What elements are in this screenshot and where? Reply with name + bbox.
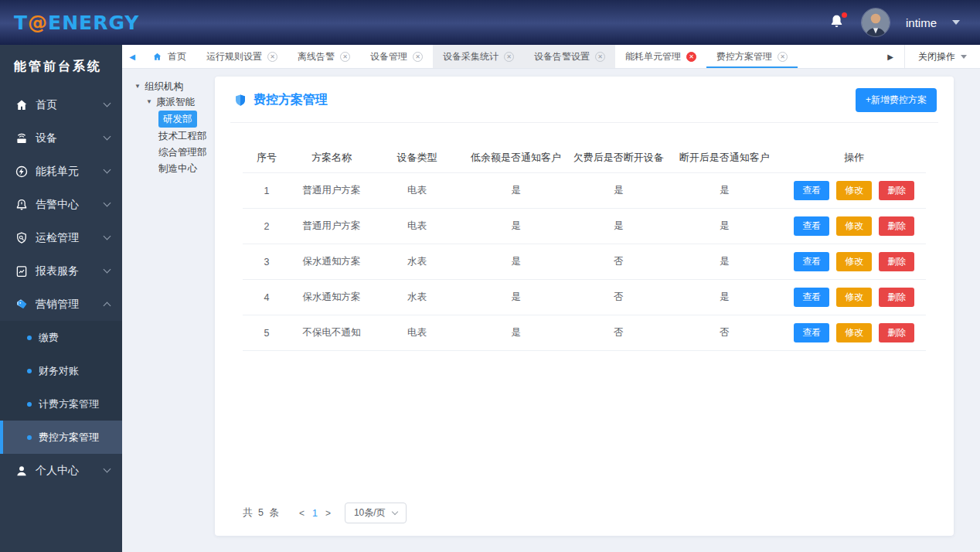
table-header-cell: 欠费后是否断开设备 (570, 143, 666, 173)
logo-t: T (14, 12, 28, 34)
edit-button[interactable]: 修改 (836, 323, 872, 342)
user-avatar[interactable] (861, 8, 890, 37)
tab-close-icon[interactable]: ✕ (686, 52, 696, 62)
cell-no: 1 (243, 173, 291, 209)
sidebar-subitem-billing-plan[interactable]: 计费方案管理 (0, 387, 122, 421)
cell-notify_low: 是 (461, 280, 570, 315)
edit-button[interactable]: 修改 (836, 252, 872, 271)
sidebar-item-personal-center[interactable]: 个人中心 (0, 454, 122, 487)
delete-button[interactable]: 删除 (879, 181, 914, 200)
chevron-down-icon (104, 233, 111, 240)
delete-button[interactable]: 删除 (879, 323, 914, 342)
table-row: 5不保电不通知电表是否否查看修改删除 (243, 315, 926, 351)
delete-button[interactable]: 删除 (879, 288, 914, 307)
main-area: ◀ 首页运行规则设置✕离线告警✕设备管理✕设备采集统计✕设备告警设置✕能耗单元管… (122, 45, 980, 552)
sidebar-item-label: 设备 (36, 131, 57, 145)
view-button[interactable]: 查看 (794, 216, 829, 236)
cell-notify_after_cut: 是 (666, 209, 782, 244)
tab-offline-alarm[interactable]: 离线告警✕ (288, 45, 360, 68)
notification-bell-icon[interactable] (829, 13, 846, 32)
sidebar-subitem-label: 缴费 (39, 331, 59, 345)
close-operations-dropdown[interactable]: 关闭操作 (904, 45, 980, 68)
energy-icon (15, 165, 29, 179)
cell-actions: 查看修改删除 (782, 244, 926, 280)
cell-notify_low: 是 (461, 209, 570, 244)
tree-root-label: 组织机构 (145, 79, 183, 94)
username[interactable]: intime (906, 16, 937, 29)
row-actions: 查看修改删除 (782, 288, 926, 307)
chevron-up-icon (104, 302, 111, 310)
sidebar-subitem-payment[interactable]: 缴费 (0, 321, 122, 354)
delete-button[interactable]: 删除 (879, 216, 914, 236)
tab-close-icon[interactable]: ✕ (340, 52, 350, 62)
home-icon (152, 52, 162, 62)
view-button[interactable]: 查看 (794, 181, 829, 200)
tree-node-general-mgmt[interactable]: 综合管理部 (134, 145, 215, 160)
edit-button[interactable]: 修改 (836, 181, 872, 200)
sidebar-subitem-finance-reconcile[interactable]: 财务对账 (0, 354, 122, 387)
sidebar-item-label: 首页 (36, 98, 57, 112)
view-button[interactable]: 查看 (794, 288, 829, 307)
open-tabs: 首页运行规则设置✕离线告警✕设备管理✕设备采集统计✕设备告警设置✕能耗单元管理✕… (142, 45, 798, 68)
page-size-select[interactable]: 10条/页 (345, 503, 407, 523)
tab-label: 首页 (168, 50, 186, 63)
sidebar-item-label: 营销管理 (36, 298, 79, 312)
submenu-marketing: 缴费财务对账计费方案管理费控方案管理 (0, 321, 122, 454)
pagination-next-icon[interactable]: > (321, 508, 335, 519)
tab-device-mgmt[interactable]: 设备管理✕ (360, 45, 433, 68)
chevron-down-icon (104, 133, 111, 141)
tabs-scroll-left-icon[interactable]: ◀ (122, 45, 142, 68)
sidebar-item-alarm-center[interactable]: 告警中心 (0, 188, 122, 221)
sidebar-item-home[interactable]: 首页 (0, 88, 122, 121)
tab-fee-control-plan[interactable]: 费控方案管理✕ (706, 45, 798, 68)
tree-node-tech-engineering[interactable]: 技术工程部 (134, 128, 215, 144)
pagination-page-1[interactable]: 1 (309, 508, 321, 519)
alarm-icon (15, 198, 29, 212)
edit-button[interactable]: 修改 (836, 288, 872, 307)
table-header-cell: 操作 (782, 143, 926, 173)
user-menu-caret-icon[interactable] (952, 20, 960, 25)
tree-node-company[interactable]: ▼ 康派智能 (134, 94, 215, 110)
view-button[interactable]: 查看 (794, 323, 829, 342)
tab-close-icon[interactable]: ✕ (267, 52, 277, 62)
tab-close-icon[interactable]: ✕ (595, 52, 605, 62)
sidebar-item-reports[interactable]: 报表服务 (0, 254, 122, 288)
tab-label: 设备采集统计 (443, 50, 499, 63)
delete-button[interactable]: 删除 (879, 252, 914, 271)
tree-node-org-root[interactable]: ▼ 组织机构 (134, 79, 215, 94)
sidebar-item-inspection[interactable]: 运检管理 (0, 221, 122, 254)
tab-home[interactable]: 首页 (142, 45, 196, 68)
tabs-scroll-right-icon[interactable]: ▶ (876, 45, 904, 68)
table-header-cell: 低余额是否通知客户 (461, 143, 570, 173)
tab-close-icon[interactable]: ✕ (504, 52, 514, 62)
tab-close-icon[interactable]: ✕ (413, 52, 423, 62)
add-fee-control-plan-button[interactable]: +新增费控方案 (856, 88, 937, 112)
row-actions: 查看修改删除 (782, 181, 926, 200)
edit-button[interactable]: 修改 (836, 216, 872, 236)
sidebar-item-marketing[interactable]: 营销管理 (0, 288, 122, 321)
tree-node-rd[interactable]: 研发部 (134, 111, 215, 128)
tab-run-rules[interactable]: 运行规则设置✕ (196, 45, 288, 68)
pagination-prev-icon[interactable]: < (294, 508, 309, 519)
tree-node-manufacturing[interactable]: 制造中心 (134, 161, 215, 176)
tab-label: 设备告警设置 (534, 50, 590, 63)
sidebar-subitem-fee-control-plan[interactable]: 费控方案管理 (0, 421, 122, 454)
tab-energy-unit-mgmt[interactable]: 能耗单元管理✕ (615, 45, 706, 68)
cell-name: 保水通知方案 (291, 280, 373, 315)
table-row: 4保水通知方案水表是否是查看修改删除 (243, 280, 926, 315)
cell-no: 4 (243, 280, 291, 315)
tree-expand-icon[interactable]: ▼ (146, 94, 152, 110)
view-button[interactable]: 查看 (794, 252, 829, 271)
sidebar-item-energy-unit[interactable]: 能耗单元 (0, 155, 122, 188)
tab-device-alarm-settings[interactable]: 设备告警设置✕ (524, 45, 615, 68)
plans-table-wrap: 序号方案名称设备类型低余额是否通知客户欠费后是否断开设备断开后是否通知客户操作 … (243, 143, 926, 351)
tab-device-collect-stats[interactable]: 设备采集统计✕ (433, 45, 524, 68)
sidebar-item-label: 能耗单元 (36, 165, 79, 179)
content-card: 费控方案管理 +新增费控方案 序号方案名称设备类型低余额是否通知客户欠费后是否断… (215, 77, 954, 536)
bullet-icon (27, 369, 32, 373)
sidebar-item-device[interactable]: 设备 (0, 121, 122, 155)
tab-close-icon[interactable]: ✕ (778, 52, 788, 62)
page-size-caret-icon (391, 509, 397, 515)
sidebar-subitem-label: 计费方案管理 (39, 397, 99, 411)
tree-expand-icon[interactable]: ▼ (134, 79, 141, 94)
